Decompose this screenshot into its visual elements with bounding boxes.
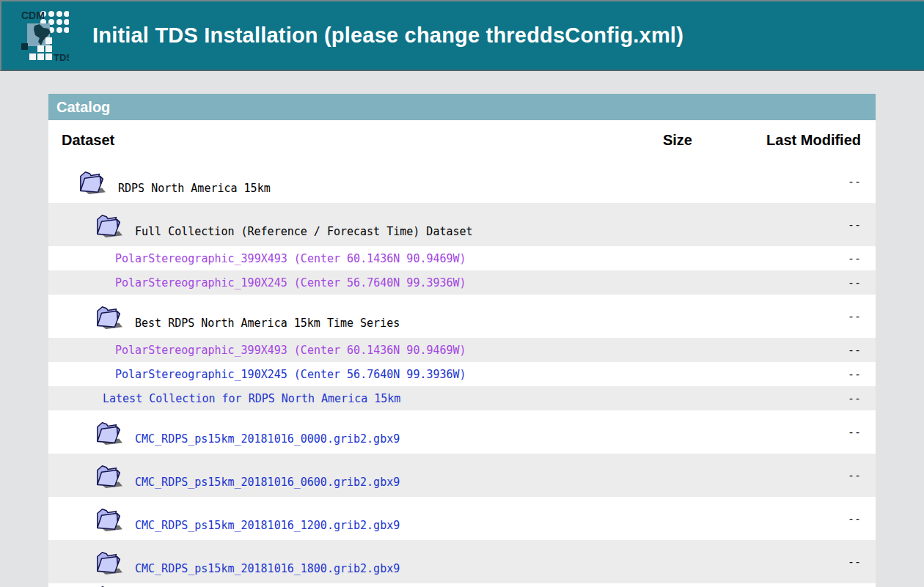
table-row: CMC_RDPS_ps15km_20181016_0600.grib2.gbx9… — [48, 454, 876, 497]
last-modified-cell: -- — [707, 203, 876, 246]
table-row: Best RDPS North America 15km Time Series… — [48, 295, 876, 338]
dataset-link[interactable]: PolarStereographic_190X245 (Center 56.76… — [115, 368, 466, 381]
indent-spacer — [48, 584, 93, 585]
size-cell — [626, 540, 707, 583]
size-cell — [626, 583, 707, 587]
last-modified-cell: -- — [707, 386, 876, 410]
indent-spacer — [48, 258, 115, 259]
last-modified-cell: -- — [707, 362, 876, 386]
last-modified-cell: -- — [707, 295, 876, 338]
table-row: PolarStereographic_190X245 (Center 56.76… — [48, 362, 876, 386]
folder-icon — [93, 420, 124, 446]
dataset-link[interactable]: CMC_RDPS_ps15km_20181016_0000.grib2.gbx9 — [135, 432, 400, 446]
last-modified-cell: -- — [707, 270, 876, 295]
table-row: PolarStereographic_190X245 (Center 56.76… — [48, 270, 876, 295]
dataset-link-visited[interactable]: PolarStereographic_399X493 (Center 60.14… — [115, 252, 466, 265]
size-cell — [626, 160, 707, 203]
dataset-link[interactable]: Latest Collection for RDPS North America… — [103, 392, 400, 405]
table-row: CMC_RDPS_ps15km_20181016_1200.grib2.gbx9… — [48, 497, 876, 540]
column-header-dataset: Dataset — [48, 132, 626, 149]
folder-icon — [93, 550, 124, 576]
indent-spacer — [48, 575, 93, 576]
table-row: RDPS North America 15km -- — [48, 160, 876, 203]
dataset-link-visited[interactable]: PolarStereographic_190X245 (Center 56.76… — [115, 276, 466, 289]
dataset-cell: CMC_RDPS_ps15km_20181016_0000.grib2.gbx9 — [48, 410, 626, 454]
size-cell — [626, 410, 707, 454]
table-row: CMC_RDPS_ps15km_20181016_1800.grib2.gbx9… — [48, 540, 876, 583]
size-cell — [626, 362, 707, 386]
size-cell — [626, 295, 707, 338]
table-row: PolarStereographic_399X493 (Center 60.14… — [48, 338, 876, 362]
dataset-cell: Full Collection (Reference / Forecast Ti… — [48, 203, 626, 246]
last-modified-cell: -- — [707, 497, 876, 540]
folder-icon — [93, 463, 124, 490]
dataset-cell: RDPS North America 15km — [48, 160, 626, 203]
size-cell — [626, 497, 707, 540]
dataset-cell: PolarStereographic_190X245 (Center 56.76… — [48, 362, 626, 386]
dataset-cell: CMC_RDPS_ps15km_20181016_0600.grib2.gbx9 — [48, 454, 626, 497]
table-row: CMC_RDPS_ps15km_20181016_0000.grib2.gbx9… — [48, 410, 876, 454]
last-modified-cell: -- — [707, 160, 876, 203]
column-header-size: Size — [626, 132, 707, 149]
indent-spacer — [48, 195, 76, 196]
table-row: Full Collection (Reference / Forecast Ti… — [48, 203, 876, 246]
size-cell — [626, 454, 707, 497]
catalog-table-body: RDPS North America 15km -- Full Collecti… — [48, 160, 876, 587]
dataset-link[interactable]: CMC_RDPS_ps15km_20181016_0600.grib2.gbx9 — [135, 476, 400, 489]
last-modified-cell: -- — [707, 410, 876, 454]
catalog-panel: Catalog Dataset Size Last Modified RDPS … — [48, 94, 876, 587]
dataset-name: Best RDPS North America 15km Time Series — [135, 317, 400, 330]
indent-spacer — [48, 374, 115, 374]
dataset-name: RDPS North America 15km — [118, 182, 271, 195]
dataset-cell: Latest Collection for RDPS North America… — [48, 386, 626, 410]
table-row — [48, 583, 876, 587]
table-row: Latest Collection for RDPS North America… — [48, 386, 876, 410]
indent-spacer — [48, 446, 93, 446]
indent-spacer — [48, 330, 93, 331]
page-title: Initial TDS Installation (please change … — [92, 23, 683, 48]
folder-icon — [76, 169, 107, 196]
dataset-link[interactable]: CMC_RDPS_ps15km_20181016_1800.grib2.gbx9 — [135, 562, 400, 575]
last-modified-cell: -- — [707, 246, 876, 270]
size-cell — [626, 338, 707, 362]
indent-spacer — [48, 238, 93, 239]
folder-icon — [93, 506, 124, 533]
tds-logo-icon: CDM TDS — [21, 8, 69, 64]
logo-cdm-text: CDM — [21, 10, 45, 21]
folder-icon — [93, 213, 124, 239]
size-cell — [626, 386, 707, 410]
dataset-cell: CMC_RDPS_ps15km_20181016_1200.grib2.gbx9 — [48, 497, 626, 540]
logo-tds-text: TDS — [54, 52, 69, 63]
last-modified-cell: -- — [707, 454, 876, 497]
table-row: PolarStereographic_399X493 (Center 60.14… — [48, 246, 876, 270]
dataset-cell — [48, 583, 626, 587]
indent-spacer — [48, 350, 115, 350]
folder-icon — [93, 584, 124, 587]
indent-spacer — [48, 282, 115, 283]
last-modified-cell — [707, 583, 876, 587]
dataset-cell: PolarStereographic_399X493 (Center 60.14… — [48, 338, 626, 362]
dataset-cell: Best RDPS North America 15km Time Series — [48, 295, 626, 338]
column-header-last-modified: Last Modified — [707, 132, 876, 149]
dataset-link-visited[interactable]: PolarStereographic_399X493 (Center 60.14… — [115, 344, 466, 357]
dataset-name: Full Collection (Reference / Forecast Ti… — [135, 225, 473, 238]
dataset-link[interactable]: CMC_RDPS_ps15km_20181016_1200.grib2.gbx9 — [135, 519, 400, 532]
folder-icon — [93, 304, 124, 331]
size-cell — [626, 270, 707, 295]
last-modified-cell: -- — [707, 338, 876, 362]
dataset-cell: PolarStereographic_190X245 (Center 56.76… — [48, 270, 626, 295]
size-cell — [626, 246, 707, 270]
indent-spacer — [48, 398, 103, 399]
size-cell — [626, 203, 707, 246]
indent-spacer — [48, 489, 93, 490]
catalog-panel-title: Catalog — [48, 94, 876, 120]
table-header-row: Dataset Size Last Modified — [48, 120, 876, 160]
dataset-cell: PolarStereographic_399X493 (Center 60.14… — [48, 246, 626, 270]
last-modified-cell: -- — [707, 540, 876, 583]
dataset-cell: CMC_RDPS_ps15km_20181016_1800.grib2.gbx9 — [48, 540, 626, 583]
indent-spacer — [48, 532, 93, 533]
header-banner: CDM TDS Initial TDS Installation (please… — [0, 0, 924, 71]
